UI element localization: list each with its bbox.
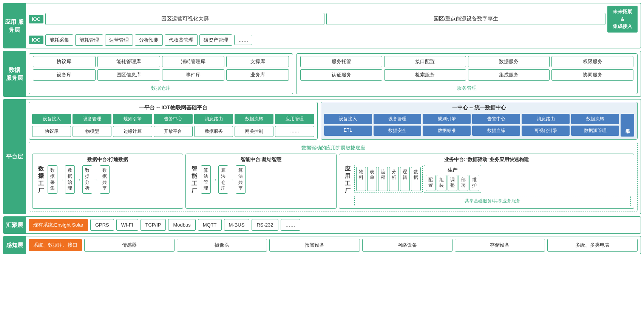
dc-service: 服务引擎 bbox=[621, 114, 634, 137]
data-factory-row: 数据工厂 数据采集 → 数据治理 → 数据分析 → 数据共享 bbox=[36, 165, 180, 194]
service-mgmt-title: 服务管理 bbox=[300, 85, 633, 92]
app-item-2: 运营管理 bbox=[105, 34, 133, 46]
df-item-3: 数据共享 bbox=[100, 165, 110, 193]
dc-r1-1: 设备管理 bbox=[374, 114, 422, 124]
biz-right-title: 生产 bbox=[426, 167, 479, 174]
perception-layer: 感知层 系统、数据库、接口 传感器 摄像头 报警设备 网络设备 存储设备 多级、… bbox=[3, 236, 641, 254]
agg-2: TCP/IP bbox=[141, 219, 166, 231]
iot-r2-5: 网关控制 bbox=[235, 126, 273, 137]
perc-4: 存储设备 bbox=[455, 239, 545, 252]
perception-inner: 系统、数据库、接口 传感器 摄像头 报警设备 网络设备 存储设备 多级、多类电表 bbox=[29, 239, 638, 252]
app-service-layer: 应用 服务层 IOC 园区运营可视化大屏 园区/重点能源设备数字孪生 未来拓展&… bbox=[3, 3, 641, 48]
iot-r2-3: 开放平台 bbox=[154, 126, 193, 137]
app-item-5: 碳资产管理 bbox=[199, 34, 232, 46]
iot-r1-1: 设备管理 bbox=[73, 114, 111, 124]
iot-r1-4: 消息路由 bbox=[194, 114, 233, 124]
service-row1: 服务托管 接口配置 数据服务 权限服务 认证服务 检索服务 集成服务 协同服务 bbox=[300, 56, 633, 81]
warehouse-row1: 协议库 能耗管理库 消耗管理库 支撑库 设备库 园区信息库 事件库 业务库 bbox=[33, 56, 289, 81]
dc-r1-3: 告警中心 bbox=[472, 114, 520, 124]
ioc-badge-2: IOC bbox=[29, 36, 43, 44]
perc-2: 报警设备 bbox=[269, 239, 360, 252]
agg-5: M-BUS bbox=[224, 219, 250, 231]
biz-r-2: 调整 bbox=[448, 175, 457, 191]
perception-label: 感知层 bbox=[3, 236, 26, 254]
dc-row1: 设备接入 设备管理 规则引擎 告警中心 消息路由 数据流转 bbox=[324, 114, 619, 124]
db-item-4: 设备库 bbox=[33, 69, 96, 81]
app-service-content: IOC 园区运营可视化大屏 园区/重点能源设备数字孪生 未来拓展&集成接入 IO… bbox=[26, 3, 641, 48]
svc-item-5: 检索服务 bbox=[384, 69, 466, 81]
data-zhongtai-title: 数据中台:打通数据 bbox=[36, 156, 180, 163]
dc-r2-4: 可视化引擎 bbox=[522, 126, 570, 136]
sf-item-0: 算法管理 bbox=[201, 165, 211, 193]
db-item-1: 能耗管理库 bbox=[97, 56, 160, 67]
dc-r1-5: 数据流转 bbox=[571, 114, 619, 124]
dc-r2-5: 数据源管理 bbox=[571, 126, 619, 136]
svc-item-6: 集成服务 bbox=[468, 69, 550, 81]
iot-r1-3: 告警中心 bbox=[154, 114, 193, 124]
iot-r2-4: 数据服务 bbox=[194, 126, 233, 137]
svc-item-2: 数据服务 bbox=[468, 56, 550, 67]
df-item-0: 数据采集 bbox=[48, 165, 57, 193]
agg-6: RS-232 bbox=[252, 219, 278, 231]
app-item-3: 分析预测 bbox=[135, 34, 163, 46]
data-factory-label: 数据工厂 bbox=[36, 165, 46, 194]
dc-title: 一中心 -- 统一数据中心 bbox=[324, 104, 634, 111]
dc-r2-2: 数据标准 bbox=[423, 126, 471, 136]
arrow-1: → bbox=[59, 177, 64, 183]
db-item-3: 支撑库 bbox=[226, 56, 289, 67]
svc-item-0: 服务托管 bbox=[300, 56, 382, 67]
ioc-badge-1: IOC bbox=[29, 15, 43, 23]
aggregation-inner: 现有系统:Ensight Solar GPRS WI-FI TCP/IP Mod… bbox=[29, 219, 638, 231]
biz-r-4: 维护 bbox=[469, 175, 479, 191]
app-big-box-1: 园区运营可视化大屏 bbox=[45, 13, 324, 25]
agg-3: Modbus bbox=[168, 219, 195, 231]
agg-7: …… bbox=[281, 219, 300, 231]
biz-r-1: 组装 bbox=[437, 175, 446, 191]
iot-r2-0: 协议库 bbox=[32, 126, 71, 137]
aggregation-label: 汇聚层 bbox=[3, 216, 26, 234]
aggregation-layer: 汇聚层 现有系统:Ensight Solar GPRS WI-FI TCP/IP… bbox=[3, 216, 641, 234]
app-item-0: 能耗采集 bbox=[45, 34, 73, 46]
arrow-5: → bbox=[229, 177, 235, 183]
smart-factory-row: 智能工厂 算法管理 → 算法仓库 → 算法共享 bbox=[189, 165, 333, 194]
perc-3: 网络设备 bbox=[362, 239, 452, 252]
df-item-2: 数据分析 bbox=[82, 165, 92, 193]
iot-r2-1: 物模型 bbox=[73, 126, 111, 137]
perception-content: 系统、数据库、接口 传感器 摄像头 报警设备 网络设备 存储设备 多级、多类电表 bbox=[26, 236, 641, 254]
biz-l-0: 物料 bbox=[356, 167, 366, 191]
aggregation-content: 现有系统:Ensight Solar GPRS WI-FI TCP/IP Mod… bbox=[26, 216, 641, 234]
main-container: 应用 服务层 IOC 园区运营可视化大屏 园区/重点能源设备数字孪生 未来拓展&… bbox=[0, 0, 644, 334]
dc-r2-3: 数据血缘 bbox=[472, 126, 520, 136]
data-warehouse-box: 协议库 能耗管理库 消耗管理库 支撑库 设备库 园区信息库 事件库 业务库 数据… bbox=[29, 53, 293, 94]
smart-factory-label: 智能工厂 bbox=[189, 165, 199, 194]
perc-0: 传感器 bbox=[84, 239, 175, 252]
iot-row1: 设备接入 设备管理 规则引擎 告警中心 消息路由 数据流转 应用管理 bbox=[32, 114, 314, 124]
app-row1: IOC 园区运营可视化大屏 园区/重点能源设备数字孪生 未来拓展&集成接入 bbox=[29, 6, 638, 33]
shared-services: 共享基础服务/共享业务服务 bbox=[354, 196, 631, 206]
iot-r1-6: 应用管理 bbox=[275, 114, 314, 124]
platform-top: 一平台 -- IOT物联网基础平台 设备接入 设备管理 规则引擎 告警中心 消息… bbox=[29, 102, 638, 140]
biz-l-3: 分析 bbox=[389, 167, 399, 191]
smart-zhongtai-title: 智能中台:凝结智慧 bbox=[189, 156, 333, 163]
df-item-1: 数据治理 bbox=[65, 165, 75, 193]
app-factory-label: 应用工厂 bbox=[342, 165, 353, 206]
platform-label: 平台层 bbox=[3, 99, 26, 214]
biz-left-section: 物料 表单 流程 分析 逻辑 数据 bbox=[354, 165, 423, 193]
arrow-3: → bbox=[93, 177, 99, 183]
dc-row2: ETL 数据安全 数据标准 数据血缘 可视化引擎 数据源管理 bbox=[324, 126, 619, 136]
future-box: 未来拓展&集成接入 bbox=[607, 6, 638, 33]
app-item-1: 能耗管理 bbox=[75, 34, 103, 46]
system-db: 系统、数据库、接口 bbox=[29, 239, 82, 251]
biz-right-section: 生产 配置 组装 调整 部署 维护 bbox=[424, 165, 481, 193]
platform-layer: 平台层 一平台 -- IOT物联网基础平台 设备接入 设备管理 规则引擎 告警中… bbox=[3, 99, 641, 214]
data-driven-title: 数据驱动的应用扩展敏捷底座 bbox=[32, 144, 634, 151]
agg-4: MQTT bbox=[198, 219, 222, 231]
biz-l-4: 逻辑 bbox=[400, 167, 410, 191]
iot-r1-2: 规则引擎 bbox=[113, 114, 152, 124]
db-item-7: 业务库 bbox=[226, 69, 289, 81]
three-centers: 数据中台:打通数据 数据工厂 数据采集 → 数据治理 → 数据分析 bbox=[32, 154, 634, 209]
dc-r1-2: 规则引擎 bbox=[423, 114, 471, 124]
biz-r-3: 部署 bbox=[459, 175, 468, 191]
data-center-box: 一中心 -- 统一数据中心 设备接入 设备管理 规则引擎 告警中心 消息路由 数… bbox=[321, 102, 638, 140]
dc-r1-4: 消息路由 bbox=[522, 114, 570, 124]
